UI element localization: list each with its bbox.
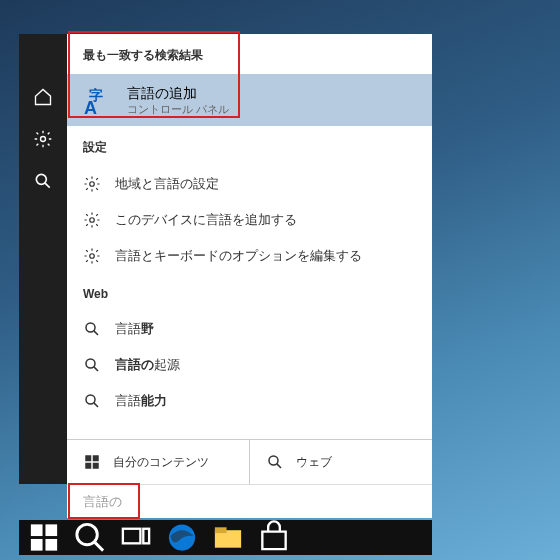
svg-rect-21 (143, 529, 149, 544)
svg-point-6 (90, 254, 95, 259)
section-title-best-match: 最も一致する検索結果 (67, 34, 432, 74)
settings-result-item[interactable]: 地域と言語の設定 (67, 166, 432, 202)
search-input-row (67, 484, 432, 518)
svg-rect-17 (31, 539, 43, 551)
settings-result-item[interactable]: 言語とキーボードのオプションを編集する (67, 238, 432, 274)
svg-rect-10 (85, 455, 91, 461)
svg-point-0 (41, 137, 46, 142)
start-menu-left-rail (19, 34, 67, 484)
search-bottom-tabs: 自分のコンテンツ ウェブ (67, 439, 432, 484)
best-match-title: 言語の追加 (127, 84, 229, 102)
web-result-item[interactable]: 言語の起源 (67, 347, 432, 383)
result-label: 言語とキーボードのオプションを編集する (115, 247, 362, 265)
search-icon (83, 392, 101, 410)
best-match-subtitle: コントロール パネル (127, 102, 229, 116)
gear-icon (83, 211, 101, 229)
store-icon[interactable] (251, 520, 297, 555)
taskbar (19, 520, 432, 555)
tab-my-stuff[interactable]: 自分のコンテンツ (67, 440, 250, 484)
search-input[interactable] (83, 494, 416, 509)
svg-rect-20 (123, 529, 141, 544)
section-title-settings: 設定 (67, 126, 432, 166)
svg-rect-16 (45, 524, 57, 536)
svg-rect-11 (93, 455, 99, 461)
svg-rect-12 (85, 463, 91, 469)
svg-point-8 (86, 359, 95, 368)
svg-rect-13 (93, 463, 99, 469)
search-icon (266, 453, 284, 471)
result-label: 言語能力 (115, 392, 167, 410)
tab-web[interactable]: ウェブ (250, 440, 432, 484)
results-area: 最も一致する検索結果 字A 言語の追加 コントロール パネル 設定 地域と言語の… (67, 34, 432, 439)
file-explorer-icon[interactable] (205, 520, 251, 555)
svg-point-4 (90, 182, 95, 187)
language-icon: 字A (83, 84, 115, 116)
result-label: 言語の起源 (115, 356, 180, 374)
svg-rect-18 (45, 539, 57, 551)
tab-label: ウェブ (296, 454, 332, 471)
svg-point-1 (36, 174, 46, 184)
best-match-item[interactable]: 字A 言語の追加 コントロール パネル (67, 74, 432, 126)
settings-result-item[interactable]: このデバイスに言語を追加する (67, 202, 432, 238)
svg-text:A: A (84, 98, 97, 116)
section-title-web: Web (67, 274, 432, 311)
start-button[interactable] (21, 520, 67, 555)
svg-point-9 (86, 395, 95, 404)
search-icon (83, 320, 101, 338)
search-icon[interactable] (33, 171, 53, 191)
result-label: 言語野 (115, 320, 154, 338)
tab-label: 自分のコンテンツ (113, 454, 209, 471)
svg-point-19 (77, 524, 97, 544)
gear-icon[interactable] (33, 129, 53, 149)
search-icon (83, 356, 101, 374)
web-result-item[interactable]: 言語野 (67, 311, 432, 347)
result-label: このデバイスに言語を追加する (115, 211, 297, 229)
web-result-item[interactable]: 言語能力 (67, 383, 432, 419)
svg-point-7 (86, 323, 95, 332)
search-results-panel: 最も一致する検索結果 字A 言語の追加 コントロール パネル 設定 地域と言語の… (67, 34, 432, 484)
svg-point-5 (90, 218, 95, 223)
home-icon[interactable] (33, 87, 53, 107)
svg-point-14 (269, 456, 278, 465)
svg-rect-15 (31, 524, 43, 536)
windows-icon (83, 453, 101, 471)
edge-browser-icon[interactable] (159, 520, 205, 555)
svg-rect-24 (215, 527, 227, 533)
search-taskbar-icon[interactable] (67, 520, 113, 555)
task-view-icon[interactable] (113, 520, 159, 555)
gear-icon (83, 247, 101, 265)
gear-icon (83, 175, 101, 193)
result-label: 地域と言語の設定 (115, 175, 219, 193)
